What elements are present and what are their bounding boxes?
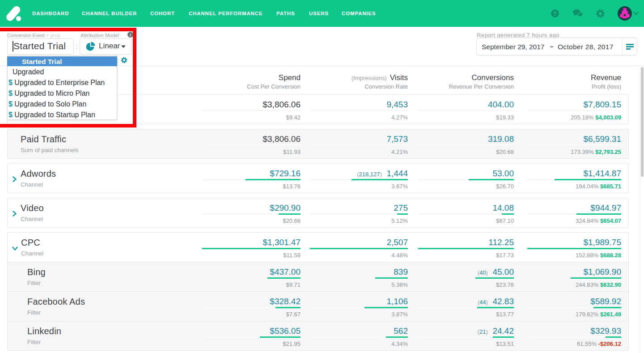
- svg-text:?: ?: [553, 10, 557, 17]
